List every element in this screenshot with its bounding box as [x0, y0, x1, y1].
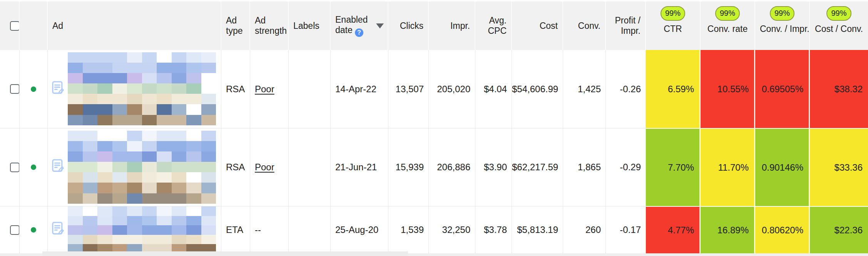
- ad-preview-image[interactable]: [68, 52, 216, 125]
- col-header-label: Cost: [540, 21, 558, 31]
- col-header-label: Clicks: [400, 21, 423, 31]
- ad-strength-link[interactable]: Poor: [255, 84, 274, 94]
- row-checkbox[interactable]: [10, 84, 20, 94]
- ctr-heat-cell: 4.77%: [646, 206, 701, 253]
- impressions-cell: 32,250: [429, 206, 475, 253]
- col-header-enabled_date[interactable]: Enabled date?: [331, 2, 388, 50]
- score-badge: 99%: [770, 6, 794, 21]
- col-header-avg_cpc[interactable]: Avg. CPC: [475, 2, 512, 50]
- ad-cell[interactable]: [48, 50, 221, 128]
- cost-cell: $5,813.19: [512, 206, 563, 253]
- col-header-clicks[interactable]: Clicks: [388, 2, 429, 50]
- impressions-cell: 206,886: [429, 128, 475, 206]
- profit-impr-cell: -0.17: [606, 206, 646, 253]
- ad-strength-cell: Poor: [250, 128, 289, 206]
- cost-cell: $54,606.99: [512, 50, 563, 128]
- clicks-cell: 13,507: [388, 50, 429, 128]
- ad-type-cell: RSA: [221, 50, 250, 128]
- col-header-label: Ad: [52, 21, 63, 31]
- score-badge: 99%: [826, 6, 851, 21]
- row-checkbox[interactable]: [10, 163, 20, 172]
- col-header-ad_type[interactable]: Ad type: [221, 2, 250, 50]
- ad-cell[interactable]: [48, 128, 221, 206]
- conv-rate-heat-cell: 16.89%: [701, 206, 755, 253]
- ad-preview-image[interactable]: [68, 131, 216, 204]
- col-header-impr[interactable]: Impr.: [429, 2, 475, 50]
- cost-conv-heat-cell: $38.32: [810, 50, 868, 128]
- ctr-heat-cell: 6.59%: [646, 50, 701, 128]
- conv-impr-heat-cell: 0.90146%: [755, 128, 810, 206]
- col-header-profit_impr[interactable]: Profit / Impr.: [606, 2, 646, 50]
- col-header-ad_strength[interactable]: Ad strength: [250, 2, 289, 50]
- cost-cell: $62,217.59: [512, 128, 563, 206]
- col-header-label: Conv. rate: [705, 24, 750, 34]
- ad-preview-image[interactable]: [68, 206, 216, 253]
- col-header-status: [20, 2, 48, 50]
- col-header-label: Ad strength: [255, 15, 287, 36]
- col-header-cost_conv[interactable]: 99%Cost / Conv.: [810, 2, 868, 50]
- sort-descending-icon: [376, 23, 384, 28]
- table-row: RSAPoor14-Apr-2213,507205,020$4.04$54,60…: [0, 50, 868, 128]
- score-badge: 99%: [661, 6, 685, 21]
- conv-rate-heat-cell: 11.70%: [701, 128, 755, 206]
- cost-conv-heat-cell: $22.36: [810, 206, 868, 253]
- labels-cell: [289, 128, 331, 206]
- table-header: AdAd typeAd strengthLabelsEnabled date?C…: [0, 2, 868, 50]
- select-all-checkbox[interactable]: [10, 21, 20, 31]
- labels-cell: [289, 50, 331, 128]
- profit-impr-cell: -0.29: [606, 128, 646, 206]
- table-row: ETA--25-Aug-201,53932,250$3.78$5,813.192…: [0, 206, 868, 253]
- status-cell: [20, 206, 48, 253]
- impressions-cell: 205,020: [429, 50, 475, 128]
- col-header-conv_impr[interactable]: 99%Conv. / Impr.: [755, 2, 810, 50]
- ads-table: AdAd typeAd strengthLabelsEnabled date?C…: [0, 2, 868, 253]
- ad-strength-cell: --: [250, 206, 289, 253]
- row-checkbox[interactable]: [10, 225, 20, 235]
- avg-cpc-cell: $3.90: [475, 128, 512, 206]
- col-header-label: Conv. / Impr.: [760, 24, 804, 34]
- col-header-label: Profit / Impr.: [615, 15, 641, 36]
- col-header-label: CTR: [651, 24, 695, 34]
- labels-cell: [289, 206, 331, 253]
- conv-rate-heat-cell: 10.55%: [701, 50, 755, 128]
- status-enabled-dot[interactable]: [31, 86, 36, 92]
- conv-impr-heat-cell: 0.69505%: [755, 50, 810, 128]
- col-header-ctr[interactable]: 99%CTR: [646, 2, 701, 50]
- col-header-cost[interactable]: Cost: [512, 2, 563, 50]
- ad-edit-icon: [52, 221, 65, 238]
- conv-impr-heat-cell: 0.80620%: [755, 206, 810, 253]
- ads-table-page: AdAd typeAd strengthLabelsEnabled date?C…: [0, 0, 868, 256]
- col-header-labels[interactable]: Labels: [289, 2, 331, 50]
- select-cell: [0, 128, 20, 206]
- ad-cell[interactable]: [48, 206, 221, 253]
- ad-type-cell: RSA: [221, 128, 250, 206]
- select-cell: [0, 206, 20, 253]
- help-icon[interactable]: ?: [355, 28, 363, 37]
- ad-strength-cell: Poor: [250, 50, 289, 128]
- score-badge: 99%: [715, 6, 740, 21]
- col-header-conv_rate[interactable]: 99%Conv. rate: [701, 2, 755, 50]
- col-header-conv[interactable]: Conv.: [563, 2, 606, 50]
- col-header-ad[interactable]: Ad: [48, 2, 221, 50]
- status-cell: [20, 50, 48, 128]
- cost-conv-heat-cell: $33.36: [810, 128, 868, 206]
- table-body: RSAPoor14-Apr-2213,507205,020$4.04$54,60…: [0, 50, 868, 253]
- table-row: RSAPoor21-Jun-2115,939206,886$3.90$62,21…: [0, 128, 868, 206]
- ad-strength-link[interactable]: Poor: [255, 162, 274, 172]
- bottom-cutoff-strip-ad: [42, 251, 408, 256]
- col-header-label: Ad type: [226, 15, 243, 36]
- col-header-select[interactable]: [0, 2, 20, 50]
- status-enabled-dot[interactable]: [31, 227, 36, 233]
- ctr-heat-cell: 7.70%: [646, 128, 701, 206]
- col-header-label: Impr.: [450, 21, 470, 31]
- clicks-cell: 15,939: [388, 128, 429, 206]
- col-header-label: Cost / Conv.: [814, 24, 863, 34]
- enabled-date-cell: 21-Jun-21: [331, 128, 388, 206]
- enabled-date-cell: 14-Apr-22: [331, 50, 388, 128]
- select-cell: [0, 50, 20, 128]
- ad-edit-icon: [52, 81, 65, 98]
- conversions-cell: 260: [563, 206, 606, 253]
- status-cell: [20, 128, 48, 206]
- enabled-date-cell: 25-Aug-20: [331, 206, 388, 253]
- status-enabled-dot[interactable]: [31, 165, 36, 170]
